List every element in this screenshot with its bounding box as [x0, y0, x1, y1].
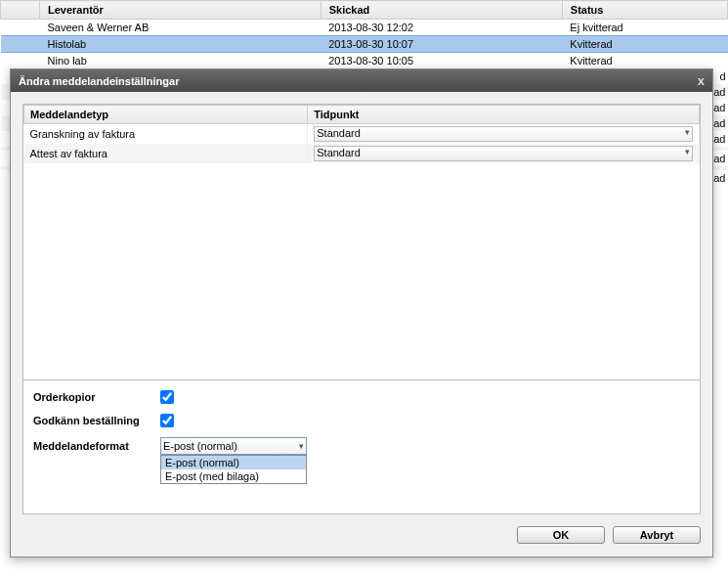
- format-option[interactable]: E-post (med bilaga): [161, 469, 306, 483]
- form-section: Orderkopior Godkänn beställning Meddelan…: [22, 380, 701, 514]
- table-row[interactable]: Saveen & Werner AB2013-08-30 12:02Ej kvi…: [1, 20, 728, 36]
- format-label: Meddelandeformat: [33, 440, 160, 452]
- table-row[interactable]: Attest av fakturaStandard▾: [24, 144, 700, 163]
- col-skickad[interactable]: Skickad: [321, 1, 562, 20]
- col-tidpunkt[interactable]: Tidpunkt: [308, 106, 700, 124]
- close-icon[interactable]: x: [698, 73, 705, 88]
- godkann-checkbox[interactable]: [160, 414, 174, 427]
- table-row[interactable]: Nino lab2013-08-30 10:05Kvitterad: [1, 53, 728, 69]
- message-type-grid: Meddelandetyp Tidpunkt Granskning av fak…: [22, 104, 701, 380]
- cell-meddelandetyp: Attest av faktura: [24, 144, 308, 163]
- dialog-titlebar[interactable]: Ändra meddelandeinställningar x: [11, 69, 712, 92]
- col-leverantor[interactable]: Leverantör: [40, 1, 321, 20]
- format-option[interactable]: E-post (normal): [161, 456, 306, 469]
- orderkopior-checkbox[interactable]: [160, 390, 174, 404]
- chevron-down-icon: ▾: [299, 441, 304, 451]
- table-row[interactable]: Granskning av fakturaStandard▾: [24, 124, 700, 145]
- format-select-value: E-post (normal): [163, 440, 237, 452]
- dialog-title-text: Ändra meddelandeinställningar: [19, 75, 179, 87]
- table-row[interactable]: Histolab2013-08-30 10:07Kvitterad: [1, 36, 728, 53]
- cancel-button[interactable]: Avbryt: [613, 526, 701, 544]
- settings-dialog: Ändra meddelandeinställningar x Meddelan…: [10, 68, 713, 557]
- col-meddelandetyp[interactable]: Meddelandetyp: [24, 106, 308, 124]
- format-select[interactable]: E-post (normal) ▾: [160, 437, 307, 455]
- cell-meddelandetyp: Granskning av faktura: [24, 124, 308, 145]
- tidpunkt-select[interactable]: Standard▾: [314, 146, 693, 161]
- orderkopior-label: Orderkopior: [33, 391, 160, 403]
- godkann-label: Godkänn beställning: [33, 415, 160, 426]
- ok-button[interactable]: OK: [517, 526, 605, 544]
- tidpunkt-select[interactable]: Standard▾: [314, 126, 693, 142]
- col-status[interactable]: Status: [562, 1, 727, 20]
- format-dropdown-list[interactable]: E-post (normal)E-post (med bilaga): [160, 455, 307, 484]
